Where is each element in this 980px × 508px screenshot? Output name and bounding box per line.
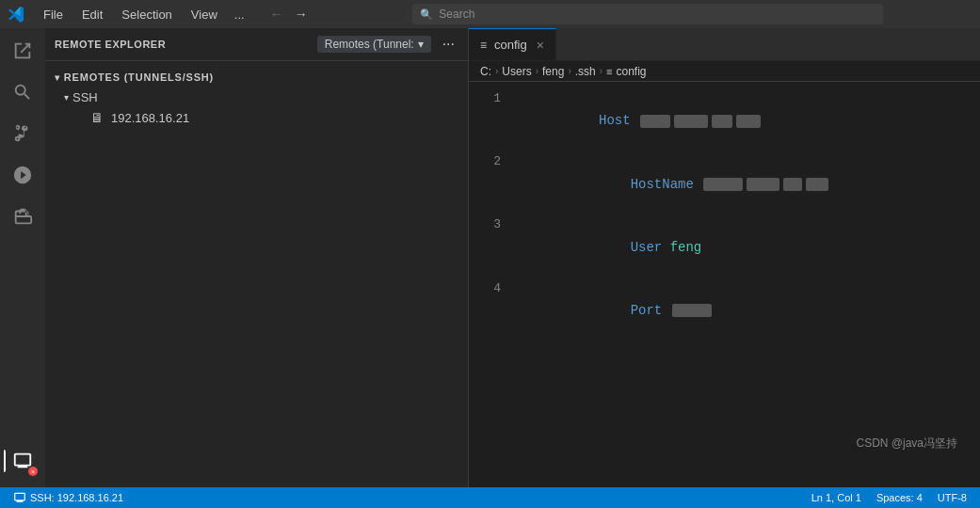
code-line-1: 1 Host <box>469 89 980 152</box>
line-number-1: 1 <box>469 89 516 152</box>
token-user-value: feng <box>670 240 702 255</box>
token-hostname-keyword: HostName <box>631 177 702 192</box>
file-menu[interactable]: File <box>36 6 71 24</box>
section-chevron-icon: ▾ <box>55 72 60 83</box>
status-right: Ln 1, Col 1 Spaces: 4 UTF-8 <box>808 492 971 503</box>
breadcrumb-file-icon: ≡ <box>606 66 612 77</box>
watermark-text: CSDN @java冯坚持 <box>844 429 969 457</box>
sidebar-content: ▾ REMOTES (TUNNELS/SSH) ▾ SSH 🖥 192.168.… <box>45 61 468 487</box>
activity-bottom: × <box>4 442 41 487</box>
tab-close-button[interactable]: × <box>537 38 544 53</box>
status-bar: SSH: 192.168.16.21 Ln 1, Col 1 Spaces: 4… <box>0 487 980 508</box>
remotes-section-header[interactable]: ▾ REMOTES (TUNNELS/SSH) <box>45 69 468 86</box>
sidebar-more-button[interactable]: ··· <box>439 34 458 55</box>
line-col-status[interactable]: Ln 1, Col 1 <box>808 492 865 503</box>
view-menu[interactable]: View <box>184 6 225 24</box>
back-arrow[interactable]: ← <box>265 5 288 24</box>
line-content-4: Port <box>516 279 980 342</box>
remote-dropdown-label: Remotes (Tunnel: <box>325 38 414 51</box>
blurred-host-val-1 <box>640 115 670 128</box>
code-line-4: 4 Port <box>469 279 980 342</box>
ssh-group-header[interactable]: ▾ SSH <box>45 87 468 107</box>
breadcrumb-sep-4: › <box>600 66 602 76</box>
explorer-icon[interactable] <box>4 32 41 70</box>
tab-bar: ≡ config × <box>469 28 980 61</box>
blurred-hostname-val-2 <box>747 178 779 191</box>
selection-menu[interactable]: Selection <box>114 6 179 24</box>
sidebar-header: REMOTE EXPLORER Remotes (Tunnel: ▾ ··· <box>45 28 468 61</box>
token-user-keyword: User <box>631 240 670 255</box>
ssh-group-label: SSH <box>72 90 98 104</box>
breadcrumb-users[interactable]: Users <box>502 65 531 78</box>
forward-arrow[interactable]: → <box>290 5 313 24</box>
blurred-host-val-4 <box>736 115 761 128</box>
ssh-host-label: 192.168.16.21 <box>111 111 189 125</box>
line-number-4: 4 <box>469 279 516 342</box>
remote-status-label: SSH: 192.168.16.21 <box>30 492 123 503</box>
search-bar[interactable]: 🔍 Search <box>412 4 883 24</box>
search-icon: 🔍 <box>420 8 433 21</box>
search-activity-icon[interactable] <box>4 73 41 111</box>
spaces-status[interactable]: Spaces: 4 <box>873 492 926 503</box>
indent-4 <box>599 303 631 318</box>
monitor-icon: 🖥 <box>90 110 104 125</box>
blurred-port-val <box>672 304 712 317</box>
chevron-down-icon: ▾ <box>418 38 424 51</box>
watermark-area: CSDN @java冯坚持 <box>833 426 980 459</box>
more-menu[interactable]: ... <box>229 6 250 24</box>
line-content-3: User feng <box>516 215 980 278</box>
remote-badge: × <box>28 467 38 476</box>
source-control-icon[interactable] <box>4 115 41 152</box>
blurred-hostname-val-3 <box>783 178 802 191</box>
breadcrumb-sep-3: › <box>568 66 570 76</box>
breadcrumb-sep-2: › <box>536 66 538 76</box>
remote-status-icon <box>13 491 26 504</box>
blurred-host-val-3 <box>712 115 732 128</box>
indent-2 <box>599 177 631 192</box>
tab-label: config <box>494 38 527 52</box>
code-line-3: 3 User feng <box>469 215 980 278</box>
config-tab[interactable]: ≡ config × <box>469 28 556 60</box>
remote-dropdown[interactable]: Remotes (Tunnel: ▾ <box>317 36 431 53</box>
tab-file-icon: ≡ <box>480 39 487 52</box>
search-placeholder: Search <box>439 8 474 21</box>
ssh-group: ▾ SSH 🖥 192.168.16.21 <box>45 86 468 130</box>
encoding-status[interactable]: UTF-8 <box>934 492 971 503</box>
remote-status-item[interactable]: SSH: 192.168.16.21 <box>9 487 127 508</box>
blurred-hostname-val-1 <box>703 178 743 191</box>
breadcrumb-sep-1: › <box>495 66 498 76</box>
line-content-2: HostName <box>516 152 980 215</box>
nav-arrows: ← → <box>265 5 313 24</box>
ssh-chevron-icon: ▾ <box>64 92 69 103</box>
breadcrumb-ssh[interactable]: .ssh <box>575 65 596 78</box>
sidebar: REMOTE EXPLORER Remotes (Tunnel: ▾ ··· ▾… <box>45 28 469 487</box>
blurred-host-val-2 <box>674 115 708 128</box>
indent-3 <box>599 240 631 255</box>
title-bar: File Edit Selection View ... ← → 🔍 Searc… <box>0 0 980 28</box>
menu-bar: File Edit Selection View ... <box>36 6 250 24</box>
breadcrumb: C: › Users › feng › .ssh › ≡ config <box>469 61 980 82</box>
line-number-2: 2 <box>469 152 516 215</box>
editor-area: ≡ config × C: › Users › feng › .ssh › ≡ … <box>469 28 980 487</box>
edit-menu[interactable]: Edit <box>74 6 110 24</box>
activity-bar: × <box>0 28 45 487</box>
ssh-host-item[interactable]: 🖥 192.168.16.21 <box>45 107 468 128</box>
run-debug-icon[interactable] <box>4 156 41 194</box>
blurred-hostname-val-4 <box>806 178 828 191</box>
remotes-section-label: REMOTES (TUNNELS/SSH) <box>64 71 214 83</box>
breadcrumb-c[interactable]: C: <box>480 65 491 78</box>
token-host-keyword: Host <box>599 113 638 128</box>
sidebar-title: REMOTE EXPLORER <box>55 39 310 50</box>
breadcrumb-feng[interactable]: feng <box>542 65 564 78</box>
line-content-1: Host <box>516 89 980 152</box>
token-port-keyword: Port <box>631 303 670 318</box>
main-content: × REMOTE EXPLORER Remotes (Tunnel: ▾ ···… <box>0 28 980 487</box>
remotes-section: ▾ REMOTES (TUNNELS/SSH) ▾ SSH 🖥 192.168.… <box>45 65 468 134</box>
code-line-2: 2 HostName <box>469 152 980 215</box>
line-number-3: 3 <box>469 215 516 278</box>
extensions-icon[interactable] <box>4 198 41 235</box>
remote-explorer-activity-icon[interactable]: × <box>4 442 41 480</box>
vscode-logo-icon <box>8 6 24 23</box>
breadcrumb-config[interactable]: config <box>617 65 647 78</box>
